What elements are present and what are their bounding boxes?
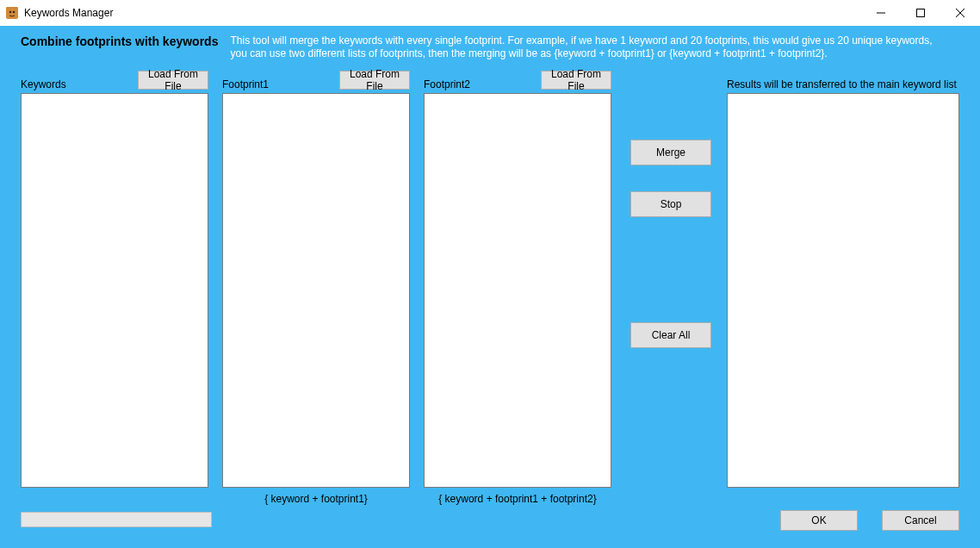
- titlebar: Keywords Manager: [0, 0, 980, 26]
- footprint2-hint: { keyword + footprint1 + footprint2}: [424, 493, 611, 505]
- svg-rect-6: [917, 9, 925, 17]
- keywords-label: Keywords: [21, 78, 66, 90]
- cancel-button[interactable]: Cancel: [882, 510, 959, 531]
- load-keywords-button[interactable]: Load From File: [138, 71, 208, 90]
- ok-button[interactable]: OK: [780, 510, 858, 531]
- keywords-textarea[interactable]: [21, 93, 208, 488]
- header: Combine footprints with keywords This to…: [21, 34, 963, 60]
- svg-point-2: [13, 11, 16, 14]
- app-icon: [5, 6, 19, 20]
- results-label: Results will be transferred to the main …: [727, 78, 957, 90]
- merge-button[interactable]: Merge: [630, 140, 711, 165]
- load-footprint1-button[interactable]: Load From File: [339, 71, 410, 90]
- footprint1-textarea[interactable]: [222, 93, 410, 488]
- client-area: Combine footprints with keywords This to…: [0, 26, 980, 548]
- close-button[interactable]: [940, 0, 980, 26]
- stop-button[interactable]: Stop: [630, 191, 711, 217]
- minimize-button[interactable]: [861, 0, 901, 26]
- footprint2-textarea[interactable]: [424, 93, 611, 488]
- footprint1-hint: { keyword + footprint1}: [222, 493, 410, 505]
- svg-point-1: [9, 11, 12, 14]
- page-title: Combine footprints with keywords: [21, 34, 218, 48]
- load-footprint2-button[interactable]: Load From File: [541, 71, 611, 90]
- svg-point-4: [15, 7, 18, 10]
- progress-bar: [21, 512, 212, 527]
- window-controls: [861, 0, 980, 26]
- page-description: This tool will merge the keywords with e…: [230, 34, 936, 60]
- clear-all-button[interactable]: Clear All: [630, 322, 711, 348]
- results-textarea[interactable]: [727, 93, 959, 488]
- window-title: Keywords Manager: [24, 7, 113, 19]
- maximize-button[interactable]: [901, 0, 940, 26]
- svg-point-3: [6, 7, 9, 10]
- footprint2-label: Footprint2: [424, 78, 470, 90]
- footprint1-label: Footprint1: [222, 78, 269, 90]
